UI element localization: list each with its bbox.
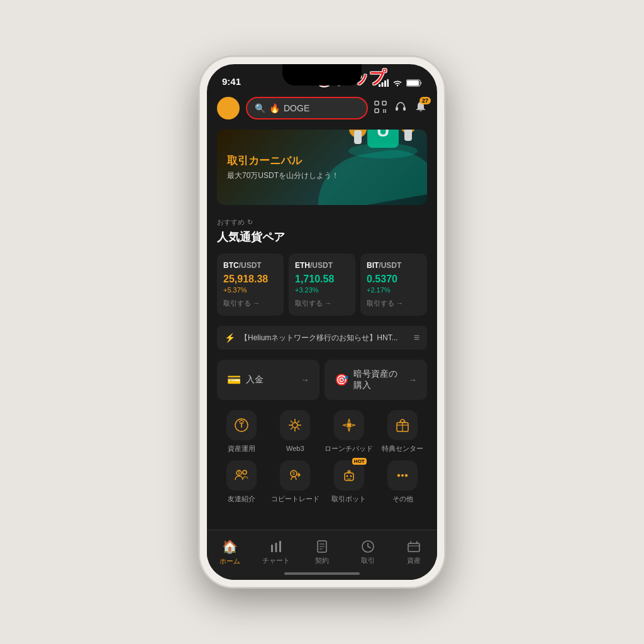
buy-arrow: → [408, 375, 417, 385]
scroll-content: 取引カーニバル 最大70万USDTを山分けしよう！ U [207, 125, 437, 530]
scan-icon[interactable] [374, 101, 387, 116]
headset-icon[interactable] [394, 101, 407, 116]
status-time: 9:41 [222, 76, 241, 87]
pair-trade-eth[interactable]: 取引する → [295, 299, 349, 308]
wifi-icon [392, 79, 402, 87]
news-ticker[interactable]: ⚡ 【Heliumネットワーク移行のお知らせ】HNT... ≡ [217, 326, 427, 350]
svg-rect-9 [382, 101, 386, 105]
banner-title: 取引カーニバル [227, 153, 339, 168]
search-text: DOGE [284, 103, 309, 113]
notification-icon[interactable]: 27 [414, 101, 427, 116]
banner-text-area: 取引カーニバル 最大70万USDTを山分けしよう！ [227, 153, 339, 181]
feature-more[interactable]: その他 [379, 460, 428, 503]
home-nav-icon: 🏠 [222, 539, 238, 554]
notification-badge: 27 [419, 97, 431, 104]
pair-card-bit[interactable]: BIT/USDT 0.5370 +2.17% 取引する → [360, 253, 427, 316]
svg-rect-3 [387, 79, 389, 87]
pair-trade-btc[interactable]: 取引する → [223, 299, 277, 308]
assets-nav-label: 資産 [407, 556, 421, 565]
svg-text:U: U [377, 130, 389, 140]
pair-card-eth[interactable]: ETH/USDT 1,710.58 +3.23% 取引する → [289, 253, 355, 316]
headset-svg [394, 101, 407, 113]
copy-trade-icon: $ [287, 468, 303, 483]
pair-name-btc: BTC/USDT [223, 261, 277, 270]
feature-launchpad[interactable]: ローンチパッド [325, 410, 374, 453]
charts-nav-label: チャート [262, 556, 290, 565]
feature-rewards[interactable]: 特典センター [379, 410, 428, 453]
pair-trade-bit[interactable]: 取引する → [367, 299, 421, 308]
launchpad-icon-wrap [334, 410, 364, 440]
pair-name-eth: ETH/USDT [295, 261, 349, 270]
battery-icon [406, 79, 422, 87]
trading-bot-icon-wrap: HOT [334, 460, 364, 491]
section-label: おすすめ ↻ [217, 218, 427, 227]
feature-web3[interactable]: Web3 [271, 410, 320, 453]
svg-point-31 [243, 470, 247, 474]
nav-home[interactable]: 🏠 ホーム [207, 534, 253, 566]
svg-text:$: $ [292, 471, 295, 475]
banner-character: U [339, 130, 427, 168]
svg-rect-47 [279, 541, 281, 552]
refresh-icon[interactable]: ↻ [247, 218, 253, 226]
svg-rect-46 [275, 543, 277, 552]
home-nav-label: ホーム [219, 557, 240, 566]
svg-point-27 [292, 423, 297, 428]
feature-referral[interactable]: $ 友達紹介 [217, 460, 266, 503]
svg-rect-24 [404, 130, 412, 141]
news-menu-icon[interactable]: ≡ [414, 332, 419, 343]
rewards-label: 特典センター [382, 444, 423, 453]
flame-icon: 🔥 [269, 103, 280, 113]
pair-card-btc[interactable]: BTC/USDT 25,918.38 +5.37% 取引する → [217, 253, 284, 316]
asset-mgmt-label: 資産運用 [228, 444, 255, 453]
nav-charts[interactable]: チャート [253, 535, 299, 565]
asset-mgmt-icon: T [234, 418, 249, 433]
copy-trade-label: コピートレード [271, 494, 319, 503]
svg-rect-6 [421, 82, 422, 84]
buy-crypto-button[interactable]: 🎯 暗号資産の購入 → [325, 360, 427, 400]
svg-rect-16 [403, 107, 406, 111]
pair-change-eth: +3.23% [295, 286, 349, 294]
rewards-icon [395, 418, 410, 433]
avatar[interactable] [217, 97, 240, 119]
referral-label: 友達紹介 [228, 494, 255, 503]
pair-change-btc: +5.37% [223, 286, 277, 294]
feature-grid-row2: $ 友達紹介 $ [207, 455, 437, 506]
pair-price-btc: 25,918.38 [223, 274, 277, 285]
banner[interactable]: 取引カーニバル 最大70万USDTを山分けしよう！ U [217, 130, 427, 205]
contracts-nav-icon [315, 540, 329, 553]
pair-price-bit: 0.5370 [367, 274, 421, 285]
scan-svg [374, 101, 387, 113]
section-label-text: おすすめ [217, 218, 245, 227]
trade-nav-label: 取引 [361, 556, 375, 565]
svg-rect-10 [375, 109, 379, 113]
section-title: 人気通貨ペア [217, 230, 427, 245]
feature-asset-mgmt[interactable]: T 資産運用 [217, 410, 266, 453]
deposit-button[interactable]: 💳 入金 → [217, 360, 319, 400]
svg-text:$: $ [238, 470, 240, 475]
nav-trade[interactable]: 取引 [345, 535, 391, 565]
svg-point-36 [346, 475, 348, 477]
nav-assets[interactable]: 資産 [391, 535, 437, 565]
svg-point-4 [397, 85, 398, 86]
svg-rect-22 [354, 130, 362, 144]
feature-copy-trade[interactable]: $ コピートレード [271, 460, 320, 503]
svg-point-28 [347, 423, 351, 427]
pairs-grid: BTC/USDT 25,918.38 +5.37% 取引する → ETH/USD… [207, 253, 437, 321]
trading-bot-label: 取引ボット [331, 494, 366, 503]
feature-trading-bot[interactable]: HOT 取引ボット [325, 460, 374, 503]
svg-rect-12 [385, 109, 386, 111]
referral-icon: $ [234, 468, 249, 483]
charts-nav-icon [269, 540, 283, 553]
svg-rect-14 [385, 111, 386, 113]
trading-bot-icon [341, 468, 357, 483]
buy-crypto-label: 暗号資産の購入 [353, 369, 403, 391]
more-label: その他 [392, 494, 413, 503]
web3-icon [287, 418, 303, 433]
nav-contracts[interactable]: 契約 [299, 535, 345, 565]
svg-rect-8 [375, 101, 379, 105]
assets-nav-icon [407, 540, 421, 553]
search-bar[interactable]: 🔍 🔥 DOGE [246, 97, 368, 119]
svg-rect-7 [407, 80, 419, 86]
rewards-icon-wrap [387, 410, 418, 440]
svg-rect-11 [383, 109, 384, 111]
